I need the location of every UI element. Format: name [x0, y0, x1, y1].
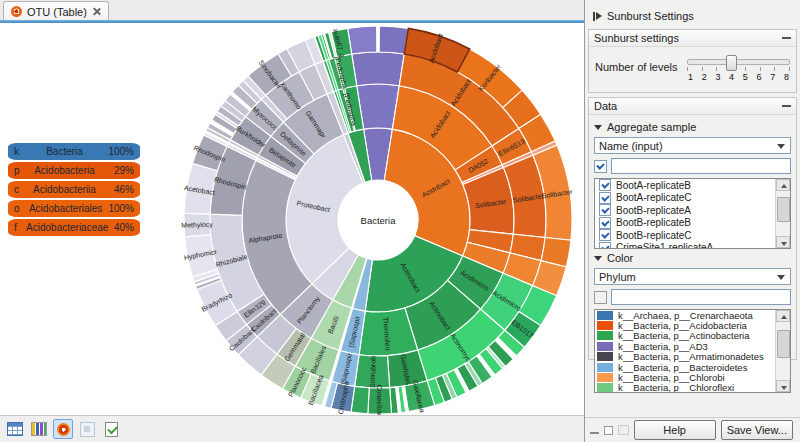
data-group-body: Aggregate sample Name (input) BootA-repl… — [589, 115, 796, 396]
sunburst-settings-group: Sunburst settings Number of levels 12345… — [588, 29, 797, 93]
select-all-samples-checkbox[interactable] — [594, 160, 607, 173]
disabled-view-icon — [77, 419, 97, 439]
sunburst-segment[interactable] — [352, 52, 405, 86]
sample-list-item[interactable]: BootB-replicateC — [595, 229, 775, 242]
legend-list-item[interactable]: k__Bacteria, p__Chlorobi — [595, 372, 775, 382]
settings-group-header[interactable]: Sunburst settings — [589, 30, 796, 47]
levels-slider[interactable]: 12345678 — [687, 55, 790, 82]
sample-list-item[interactable]: BootA-replicateB — [595, 179, 775, 192]
taxonomy-tooltip: kBacteria100%pAcidobacteria29%cAcidobact… — [8, 143, 140, 236]
sample-checkbox[interactable] — [599, 217, 611, 229]
sample-list-item[interactable]: BootB-replicateB — [595, 217, 775, 230]
legend-list-item[interactable]: k__Bacteria, p__Armatimonadetes — [595, 352, 775, 362]
float-panel-icon[interactable] — [604, 426, 614, 435]
legend-color-swatch — [597, 352, 613, 361]
color-select[interactable]: Phylum — [594, 268, 791, 285]
legend-color-swatch — [597, 373, 613, 382]
sunburst-segment[interactable] — [348, 26, 377, 54]
sample-label: BootB-replicateA — [616, 205, 691, 216]
tab-otu-table[interactable]: OTU (Table) — [3, 1, 109, 21]
collapse-icon[interactable] — [782, 37, 791, 39]
legend-color-swatch — [597, 363, 613, 372]
levels-row: Number of levels 12345678 — [589, 47, 796, 82]
samples-scrollbar[interactable] — [775, 179, 790, 248]
legend-list-item[interactable]: k__Archaea, p__Crenarchaeota — [595, 310, 775, 320]
color-section[interactable]: Color — [594, 252, 791, 264]
dock-panel-icon — [618, 425, 629, 435]
sample-checkbox[interactable] — [599, 192, 611, 204]
data-group: Data Aggregate sample Name (input) BootA… — [588, 97, 797, 360]
legend-color-swatch — [597, 383, 613, 392]
slider-thumb[interactable] — [726, 55, 737, 71]
bar-chart-view-icon[interactable] — [29, 419, 49, 439]
sample-list-item[interactable]: CrimeSite1-replicateA — [595, 242, 775, 249]
legend-color-swatch — [597, 311, 613, 320]
slider-track[interactable] — [687, 59, 790, 65]
tooltip-row: fAcidobacteriaceae40% — [8, 219, 140, 236]
sample-list-item[interactable]: BootA-replicateC — [595, 192, 775, 205]
panel-title-text: Sunburst Settings — [607, 10, 694, 22]
legend-label: k__Bacteria, p__Chlorobi — [618, 372, 725, 383]
legend-list-item[interactable]: k__Bacteria, p__Acidobacteria — [595, 320, 775, 330]
save-view-button[interactable]: Save View... — [721, 420, 793, 440]
view-switch-toolbar — [0, 415, 584, 442]
sunburst-tab-icon — [11, 6, 22, 17]
table-grid-icon — [7, 422, 23, 436]
legend-label: k__Bacteria, p__Bacteroidetes — [618, 362, 747, 373]
legend-label: k__Bacteria, p__Armatimonadetes — [618, 351, 764, 362]
sunburst-center-label: Bacteria — [361, 215, 397, 226]
report-view-icon[interactable] — [101, 419, 121, 439]
legend-label: k__Bacteria, p__Acidobacteria — [618, 320, 747, 331]
panel-title: Sunburst Settings — [593, 10, 694, 22]
sample-label: BootA-replicateB — [616, 180, 691, 191]
sunburst-view-icon[interactable] — [53, 419, 73, 439]
legend-list-item[interactable]: k__Bacteria, p__AD3 — [595, 341, 775, 351]
color-label: Color — [607, 252, 633, 264]
chart-canvas: AcidobactActinobactProteobactAcidobactDA… — [0, 23, 584, 415]
legend-list-item[interactable]: k__Bacteria, p__Actinobacteria — [595, 331, 775, 341]
legend-list-item[interactable]: k__Bacteria, p__Bacteroidetes — [595, 362, 775, 372]
scroll-up-icon[interactable] — [776, 179, 790, 191]
tab-close-icon[interactable] — [92, 7, 101, 16]
sunburst-settings-panel: Sunburst Settings Sunburst settings Numb… — [584, 0, 800, 442]
sample-checkbox[interactable] — [599, 179, 611, 191]
color-filter-row — [594, 289, 791, 305]
color-filter-input[interactable] — [611, 289, 791, 305]
legend-list-item[interactable]: k__Bacteria, p__Chloroflexi — [595, 383, 775, 392]
sample-list-item[interactable]: BootB-replicateA — [595, 204, 775, 217]
data-group-header[interactable]: Data — [589, 98, 796, 115]
settings-group-title: Sunburst settings — [594, 32, 679, 44]
table-view-icon[interactable] — [5, 419, 25, 439]
chevron-down-icon — [594, 125, 602, 130]
legend-color-swatch — [597, 321, 613, 330]
sunburst-segment[interactable] — [379, 26, 408, 54]
sample-checkbox[interactable] — [599, 204, 611, 216]
color-filter-checkbox[interactable] — [594, 291, 607, 304]
help-button[interactable]: Help — [634, 420, 716, 440]
segment-label: Solirubrob — [369, 356, 377, 388]
stacked-bars-icon — [31, 422, 47, 436]
aggregate-sample-select[interactable]: Name (input) — [594, 137, 791, 154]
collapse-icon[interactable] — [782, 105, 791, 107]
slider-numbers: 12345678 — [687, 72, 790, 82]
sample-checkbox[interactable] — [599, 242, 611, 248]
legend-label: k__Bacteria, p__Chloroflexi — [618, 382, 734, 392]
scrollbar-thumb[interactable] — [777, 197, 790, 222]
scroll-down-icon[interactable] — [776, 236, 790, 248]
scroll-up-icon[interactable] — [776, 310, 790, 322]
colors-scrollbar[interactable] — [775, 310, 790, 392]
samples-listbox[interactable]: BootA-replicateBBootA-replicateCBootB-re… — [594, 178, 791, 249]
grayed-view-icon — [80, 422, 95, 437]
side-panel-icon[interactable] — [593, 12, 602, 21]
color-select-value: Phylum — [599, 271, 636, 283]
main-view-region: OTU (Table) AcidobactActinobactProteobac… — [0, 0, 584, 442]
sunburst-segment[interactable] — [357, 84, 400, 129]
scrollbar-thumb[interactable] — [777, 330, 790, 358]
scroll-down-icon[interactable] — [776, 380, 790, 392]
aggregate-sample-section[interactable]: Aggregate sample — [594, 121, 791, 133]
sample-checkbox[interactable] — [599, 229, 611, 241]
sample-filter-input[interactable] — [611, 158, 791, 174]
collapse-panel-icon[interactable] — [590, 432, 599, 434]
color-legend-listbox[interactable]: k__Archaea, p__Crenarchaeotak__Bacteria,… — [594, 309, 791, 393]
aggregate-sample-value: Name (input) — [599, 140, 663, 152]
